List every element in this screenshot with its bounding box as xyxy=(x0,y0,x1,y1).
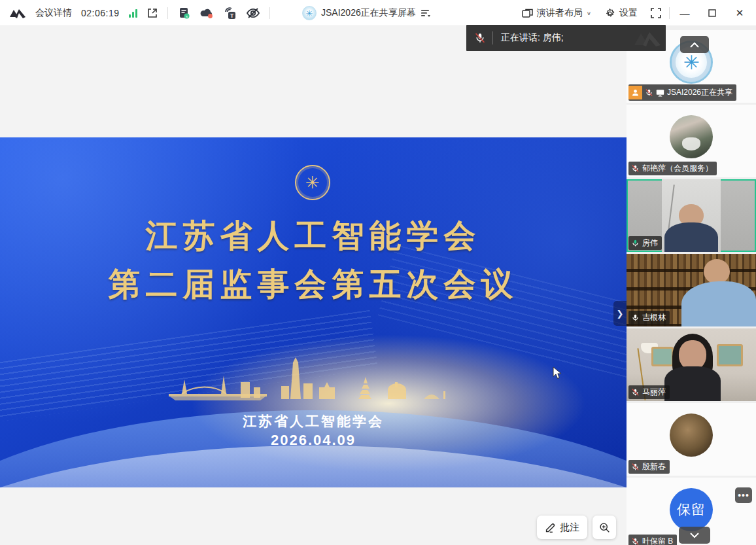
slide-title-line1: 江苏省人工智能学会 xyxy=(0,215,627,258)
participant-name: JSAI2026正在共享 xyxy=(667,87,732,98)
participant-avatar xyxy=(670,115,713,158)
network-signal-icon[interactable] xyxy=(129,9,137,18)
pencil-icon xyxy=(545,522,556,533)
mouse-cursor xyxy=(553,366,562,379)
hide-view-icon[interactable] xyxy=(246,7,260,19)
speaking-toast: 正在讲话: 房伟; xyxy=(466,25,666,51)
participant-tile-yuyanping[interactable]: 郁艳萍（会员服务） xyxy=(627,105,756,177)
watermark-logo-icon xyxy=(633,29,662,46)
meeting-details-link[interactable]: 会议详情 xyxy=(35,7,72,19)
sort-filter-icon[interactable] xyxy=(421,9,431,18)
host-badge-icon xyxy=(628,86,642,99)
zoom-in-button[interactable] xyxy=(593,516,616,539)
settings-button[interactable]: 设置 xyxy=(599,5,643,22)
cloud-sync-icon[interactable] xyxy=(199,7,214,19)
participant-nametag: JSAI2026正在共享 xyxy=(628,84,736,101)
presentation-slide: ✳ 江苏省人工智能学会 第二届监事会第五次会议 江苏省人工智能学会 2026.0… xyxy=(0,137,627,487)
participant-video xyxy=(651,347,674,366)
participant-name: 殷新春 xyxy=(642,461,666,472)
divider xyxy=(669,7,670,19)
more-options-button[interactable]: ••• xyxy=(735,487,752,503)
participants-sidebar: ✳ JSAI2026正在共享 郁艳萍（会员服务） xyxy=(627,26,756,545)
participant-tile-jigenlin[interactable]: 吉根林 xyxy=(627,254,756,326)
participant-name: 叶保留 B xyxy=(642,536,673,545)
divider xyxy=(269,7,270,19)
participant-tile-maliping[interactable]: 马丽萍 xyxy=(627,328,756,401)
title-bar: 会议详情 02:06:19 s T ✳ JSAI2026正在共享屏幕 演讲者布局 xyxy=(0,0,756,26)
sharing-title: JSAI2026正在共享屏幕 xyxy=(321,7,416,19)
participant-nametag: 郁艳萍（会员服务） xyxy=(628,162,717,175)
mic-on-icon xyxy=(631,313,640,322)
mic-muted-icon xyxy=(645,88,653,97)
slide-footer-org: 江苏省人工智能学会 xyxy=(0,412,627,431)
mic-muted-icon xyxy=(631,388,640,396)
pop-out-icon[interactable] xyxy=(146,7,158,19)
fullscreen-button[interactable] xyxy=(645,5,666,21)
sharer-avatar: ✳ xyxy=(302,6,317,20)
close-button[interactable]: ✕ xyxy=(727,0,752,26)
slide-footer-date: 2026.04.09 xyxy=(0,432,627,449)
chevron-down-icon: ∨ xyxy=(587,10,591,16)
participant-video xyxy=(717,344,743,366)
participant-video xyxy=(664,222,718,252)
doc-record-icon[interactable]: s xyxy=(177,7,190,20)
sidebar-collapse-handle[interactable]: ❯ xyxy=(613,301,627,326)
association-emblem: ✳ xyxy=(295,165,330,200)
app-logo-icon xyxy=(9,7,26,19)
mic-muted-icon xyxy=(631,537,640,545)
participant-video xyxy=(664,366,721,401)
meeting-timer: 02:06:19 xyxy=(81,8,120,18)
participant-tile-yinxinchun[interactable]: 殷新春 xyxy=(627,403,756,476)
annotate-button[interactable]: 批注 xyxy=(537,516,587,539)
maximize-button[interactable] xyxy=(700,0,725,26)
participant-nametag: 马丽萍 xyxy=(628,385,670,399)
layout-switch-button[interactable]: 演讲者布局 ∨ xyxy=(517,5,596,22)
participant-avatar: 保留 xyxy=(670,488,713,531)
mic-muted-icon xyxy=(474,32,486,44)
participant-nametag: 叶保留 B xyxy=(628,535,677,545)
participant-tile-fangwei[interactable]: 房伟 xyxy=(627,179,756,252)
mic-active-icon xyxy=(631,239,640,247)
speaking-text: 正在讲话: 房伟; xyxy=(501,32,564,44)
city-skyline-graphic xyxy=(162,353,463,412)
settings-label: 设置 xyxy=(619,7,638,19)
annotate-label: 批注 xyxy=(560,521,579,534)
screen-share-icon xyxy=(656,89,664,97)
divider xyxy=(492,31,493,44)
magnifier-plus-icon xyxy=(599,522,610,533)
participant-nametag: 殷新春 xyxy=(628,460,670,474)
svg-text:s: s xyxy=(186,14,188,18)
participant-video xyxy=(704,259,730,284)
participant-nametag: 房伟 xyxy=(628,236,662,250)
participant-avatar xyxy=(670,413,713,457)
scroll-down-button[interactable] xyxy=(679,527,710,544)
participant-name: 吉根林 xyxy=(642,312,666,323)
divider xyxy=(167,7,168,19)
layout-label: 演讲者布局 xyxy=(537,7,583,19)
mic-muted-icon xyxy=(631,164,640,173)
participant-nametag: 吉根林 xyxy=(628,311,670,325)
participant-name: 房伟 xyxy=(642,237,658,249)
mic-muted-icon xyxy=(631,463,640,471)
slide-title-line2: 第二届监事会第五次会议 xyxy=(0,263,627,306)
svg-text:T: T xyxy=(230,12,233,18)
participant-name: 马丽萍 xyxy=(642,387,666,398)
participant-video xyxy=(681,281,756,326)
interpretation-icon[interactable]: T xyxy=(223,7,237,20)
minimize-button[interactable]: — xyxy=(672,0,697,26)
shared-screen-area: ✳ 江苏省人工智能学会 第二届监事会第五次会议 江苏省人工智能学会 2026.0… xyxy=(0,26,627,545)
participant-name: 郁艳萍（会员服务） xyxy=(642,163,713,174)
scroll-up-button[interactable] xyxy=(680,36,709,53)
